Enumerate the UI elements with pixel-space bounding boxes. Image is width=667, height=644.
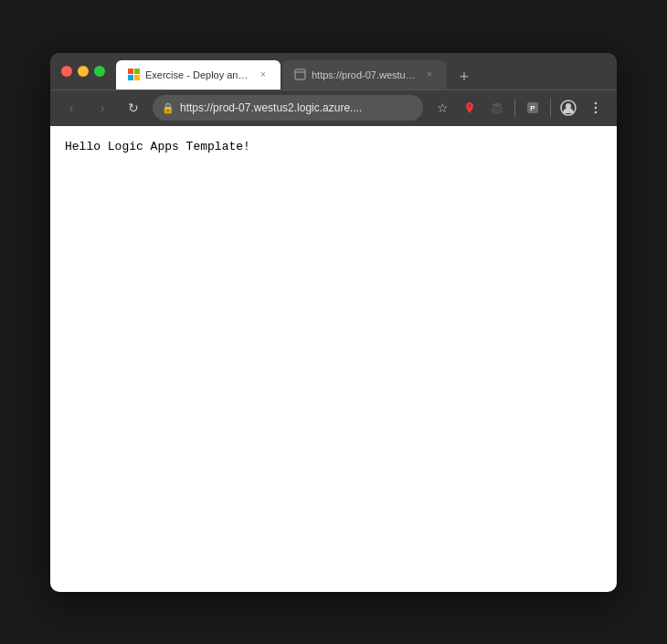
svg-point-6 xyxy=(595,102,598,105)
tab-bar: Exercise - Deploy and expor × https://pr… xyxy=(116,53,606,90)
forward-button[interactable]: › xyxy=(90,96,114,120)
toolbar-icons: ☆ P xyxy=(430,96,608,120)
toolbar-divider2 xyxy=(550,99,551,117)
account-icon[interactable] xyxy=(556,96,580,120)
tab-azure-close[interactable]: × xyxy=(423,69,436,81)
tab-azure[interactable]: https://prod-07.westus2.logi... × xyxy=(282,60,447,90)
tab-exercise-label: Exercise - Deploy and expor xyxy=(145,69,251,80)
refresh-button[interactable]: ↻ xyxy=(122,96,145,120)
google-maps-extension-icon[interactable] xyxy=(458,96,482,120)
menu-icon[interactable] xyxy=(584,96,608,120)
minimize-button[interactable] xyxy=(78,66,89,77)
maximize-button[interactable] xyxy=(94,66,105,77)
p-extension-icon[interactable]: P xyxy=(521,96,545,120)
window-controls xyxy=(61,66,105,77)
ms-favicon-icon xyxy=(127,69,140,81)
page-content: Hello Logic Apps Template! xyxy=(50,126,617,592)
back-button[interactable]: ‹ xyxy=(59,96,83,120)
svg-rect-0 xyxy=(295,69,305,79)
page-favicon-icon xyxy=(293,69,306,81)
browser-window: Exercise - Deploy and expor × https://pr… xyxy=(50,53,617,592)
tab-exercise-close[interactable]: × xyxy=(257,69,270,81)
tab-azure-label: https://prod-07.westus2.logi... xyxy=(312,69,418,80)
close-button[interactable] xyxy=(61,66,72,77)
bookmark-star-icon[interactable]: ☆ xyxy=(430,96,454,120)
svg-point-8 xyxy=(595,111,598,114)
url-text: https://prod-07.westus2.logic.azure.... xyxy=(180,101,362,114)
toolbar-divider xyxy=(514,99,515,117)
title-bar: Exercise - Deploy and expor × https://pr… xyxy=(50,53,617,90)
page-body-text: Hello Logic Apps Template! xyxy=(65,140,250,153)
lock-icon: 🔒 xyxy=(162,102,175,114)
svg-text:P: P xyxy=(530,104,535,112)
stack-extension-icon[interactable] xyxy=(485,96,509,120)
tab-exercise[interactable]: Exercise - Deploy and expor × xyxy=(116,60,281,90)
svg-point-7 xyxy=(595,107,598,110)
new-tab-button[interactable]: + xyxy=(452,66,476,90)
address-bar: ‹ › ↻ 🔒 https://prod-07.westus2.logic.az… xyxy=(50,90,617,126)
url-bar[interactable]: 🔒 https://prod-07.westus2.logic.azure...… xyxy=(153,95,423,121)
